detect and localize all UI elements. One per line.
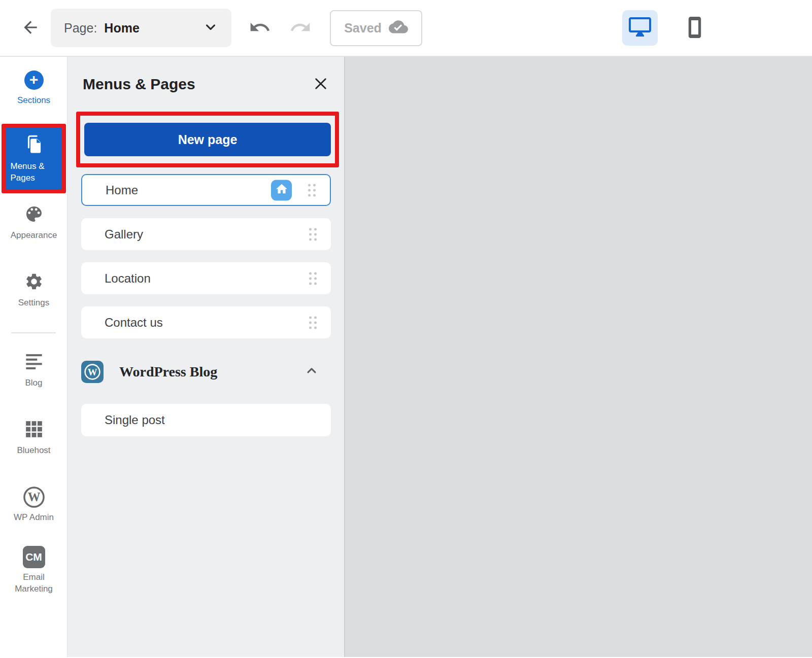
page-row-gallery[interactable]: Gallery: [81, 218, 331, 250]
close-panel-button[interactable]: [311, 74, 331, 94]
page-row-label: Gallery: [105, 227, 143, 241]
chevron-down-icon: [203, 19, 218, 37]
svg-text:W: W: [27, 490, 40, 504]
desktop-preview-button[interactable]: [622, 10, 658, 46]
page-row-home[interactable]: Home: [81, 174, 331, 206]
svg-text:W: W: [88, 366, 97, 377]
wordpress-logo-icon: W: [23, 486, 45, 508]
sidebar-item-label: Email Marketing: [9, 572, 59, 595]
sidebar-item-bluehost[interactable]: Bluehost: [0, 420, 67, 457]
new-page-button[interactable]: New page: [84, 123, 331, 156]
sidebar-item-settings[interactable]: Settings: [0, 272, 67, 309]
cloud-check-icon: [389, 19, 408, 37]
drag-handle[interactable]: [308, 184, 316, 196]
palette-icon: [24, 204, 44, 226]
page-row-single-post[interactable]: Single post: [81, 404, 331, 436]
panel-title: Menus & Pages: [83, 76, 195, 93]
save-status-button[interactable]: Saved: [330, 10, 422, 46]
sidebar-item-label: Sections: [0, 95, 67, 107]
editor-canvas[interactable]: [345, 57, 812, 657]
annotation-box-new-page: New page: [76, 112, 339, 167]
sidebar-item-appearance[interactable]: Appearance: [0, 205, 67, 241]
chevron-up-icon: [304, 364, 319, 380]
wordpress-blog-icon: W: [81, 361, 104, 383]
device-preview-toggle: [622, 10, 713, 46]
page-row-contact-us[interactable]: Contact us: [81, 306, 331, 338]
top-toolbar: Page: Home Saved: [0, 0, 812, 57]
save-status-label: Saved: [344, 21, 382, 36]
page-selector-label: Page:: [64, 21, 97, 36]
sidebar-item-label: Settings: [0, 297, 67, 309]
sidebar-item-blog[interactable]: Blog: [0, 353, 67, 389]
annotation-box-menus-pages: Menus & Pages: [2, 124, 66, 193]
blog-group-title: WordPress Blog: [119, 364, 217, 380]
grid-icon: [24, 420, 44, 441]
page-row-location[interactable]: Location: [81, 262, 331, 294]
sidebar-divider: [11, 332, 56, 333]
sidebar-item-label: WP Admin: [0, 512, 67, 524]
page-row-label: Location: [105, 271, 151, 286]
page-row-label: Home: [106, 183, 138, 197]
plus-circle-icon: +: [24, 71, 44, 90]
sidebar-item-sections[interactable]: + Sections: [0, 70, 67, 107]
homepage-badge: [271, 180, 292, 200]
blog-lines-icon: [24, 353, 44, 373]
undo-icon: [249, 16, 271, 40]
cm-badge-icon: CM: [23, 546, 45, 568]
back-arrow-icon: [21, 18, 40, 39]
undo-button[interactable]: [247, 15, 273, 41]
sidebar-item-label: Bluehost: [0, 445, 67, 457]
sidebar-item-email-marketing[interactable]: CM Email Marketing: [0, 547, 67, 595]
sidebar-item-wp-admin[interactable]: W WP Admin: [0, 487, 67, 524]
drag-handle[interactable]: [309, 316, 317, 329]
main-content: + Sections Menus & Pages Appearance: [0, 57, 812, 657]
panel-header: Menus & Pages: [83, 74, 331, 94]
menus-pages-panel: Menus & Pages New page Home: [67, 57, 345, 657]
page-row-label: Single post: [105, 413, 165, 427]
sidebar-rail: + Sections Menus & Pages Appearance: [0, 57, 67, 657]
page-selector-value: Home: [104, 21, 139, 36]
drag-handle[interactable]: [309, 228, 317, 240]
close-icon: [313, 76, 329, 93]
mobile-preview-button[interactable]: [677, 10, 713, 46]
desktop-monitor-icon: [628, 16, 652, 40]
pages-icon: [23, 133, 45, 157]
page-selector-dropdown[interactable]: Page: Home: [51, 9, 231, 47]
wordpress-blog-group-header[interactable]: W WordPress Blog: [81, 360, 331, 383]
sidebar-item-label: Blog: [0, 377, 67, 389]
drag-handle[interactable]: [309, 272, 317, 285]
sidebar-item-label: Menus & Pages: [11, 161, 57, 184]
sidebar-item-label: Appearance: [0, 230, 67, 241]
sidebar-item-menus-pages[interactable]: Menus & Pages: [6, 128, 62, 189]
page-row-label: Contact us: [105, 316, 163, 330]
redo-button[interactable]: [287, 15, 314, 41]
mobile-phone-icon: [684, 15, 705, 41]
back-button[interactable]: [19, 17, 42, 39]
redo-icon: [289, 16, 312, 40]
home-icon: [275, 183, 288, 198]
gear-icon: [24, 272, 44, 293]
pages-list: Home Gallery Location Contact us: [81, 174, 331, 436]
